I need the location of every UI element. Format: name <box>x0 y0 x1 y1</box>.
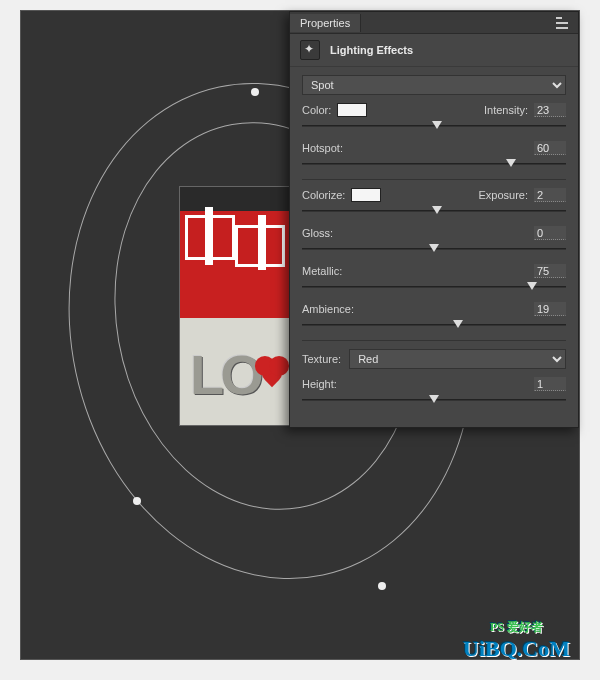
gloss-value[interactable] <box>534 226 566 240</box>
intensity-label: Intensity: <box>484 104 528 116</box>
light-handle[interactable] <box>133 497 141 505</box>
lighting-effects-icon <box>300 40 320 60</box>
section-title: Lighting Effects <box>330 44 413 56</box>
divider <box>302 179 566 180</box>
color-swatch[interactable] <box>337 103 367 117</box>
color-label: Color: <box>302 104 331 116</box>
light-type-select[interactable]: Spot <box>302 75 566 95</box>
gloss-slider[interactable] <box>302 242 566 256</box>
height-value[interactable] <box>534 377 566 391</box>
hotspot-label: Hotspot: <box>302 142 343 154</box>
intensity-value[interactable] <box>534 103 566 117</box>
height-slider[interactable] <box>302 393 566 407</box>
intensity-slider[interactable] <box>302 119 566 133</box>
exposure-value[interactable] <box>534 188 566 202</box>
ambience-label: Ambience: <box>302 303 354 315</box>
metallic-label: Metallic: <box>302 265 342 277</box>
colorize-label: Colorize: <box>302 189 345 201</box>
section-header: Lighting Effects <box>290 34 578 67</box>
app-frame: LO Properties Lighting Effects Spot Colo… <box>20 10 580 660</box>
watermark: PS 爱好者 UiBQ.CoM <box>463 619 570 662</box>
ambience-slider[interactable] <box>302 318 566 332</box>
tab-properties[interactable]: Properties <box>290 14 361 32</box>
height-label: Height: <box>302 378 337 390</box>
hotspot-slider[interactable] <box>302 157 566 171</box>
light-handle[interactable] <box>378 582 386 590</box>
divider <box>302 340 566 341</box>
metallic-slider[interactable] <box>302 280 566 294</box>
colorize-swatch[interactable] <box>351 188 381 202</box>
gloss-label: Gloss: <box>302 227 333 239</box>
panel-tabbar: Properties <box>290 12 578 34</box>
ambience-value[interactable] <box>534 302 566 316</box>
exposure-label: Exposure: <box>478 189 528 201</box>
metallic-value[interactable] <box>534 264 566 278</box>
panel-menu-icon[interactable] <box>556 17 572 29</box>
light-handle[interactable] <box>251 88 259 96</box>
texture-label: Texture: <box>302 353 341 365</box>
texture-select[interactable]: Red <box>349 349 566 369</box>
exposure-slider[interactable] <box>302 204 566 218</box>
hotspot-value[interactable] <box>534 141 566 155</box>
properties-panel: Properties Lighting Effects Spot Color: … <box>289 11 579 428</box>
